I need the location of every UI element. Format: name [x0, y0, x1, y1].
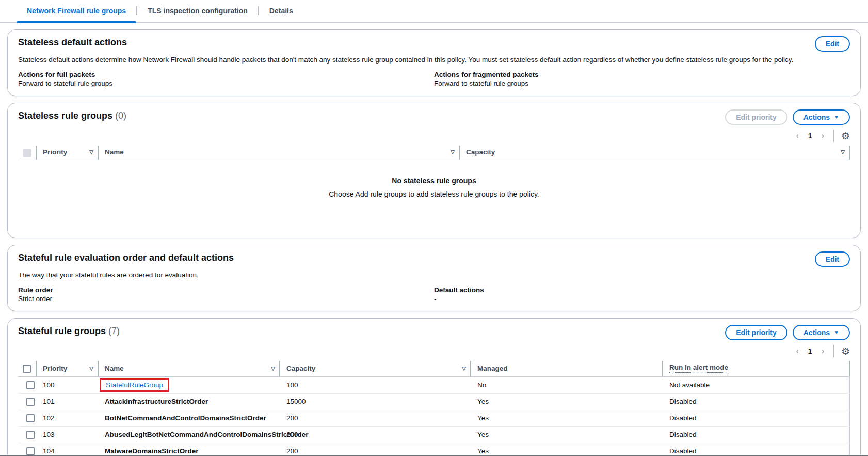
- previous-page-button[interactable]: ‹: [794, 131, 801, 140]
- tab-label: TLS inspection configuration: [148, 7, 248, 15]
- caret-down-icon: ▼: [834, 330, 839, 335]
- filter-icon[interactable]: ▽: [462, 366, 466, 371]
- row-checkbox[interactable]: [26, 381, 35, 389]
- cell-run-in-alert-mode: Disabled: [663, 427, 850, 443]
- cell-run-in-alert-mode: Disabled: [663, 443, 850, 456]
- button-label: Actions: [803, 328, 830, 337]
- panel-title: Stateful rule groups (7): [18, 325, 120, 337]
- tab-network-firewall-rule-groups[interactable]: Network Firewall rule groups: [17, 0, 136, 22]
- next-page-button[interactable]: ›: [819, 131, 826, 140]
- cell-priority: 102: [37, 412, 99, 424]
- row-checkbox[interactable]: [26, 447, 35, 455]
- field-label: Default actions: [434, 286, 850, 294]
- filter-icon[interactable]: ▽: [89, 149, 93, 155]
- cell-managed: Yes: [471, 412, 663, 424]
- next-page-button[interactable]: ›: [819, 347, 826, 356]
- cell-managed: Yes: [471, 429, 663, 441]
- column-header-name: Name: [105, 365, 124, 372]
- annotation-red-box: StatefulRuleGroup: [100, 378, 169, 392]
- empty-state-title: No stateless rule groups: [18, 177, 850, 185]
- field-label: Actions for fragmented packets: [434, 71, 850, 78]
- panel-count: (7): [108, 326, 120, 336]
- stateless-rule-groups-table: Priority ▽ Name ▽ Capacity ▽ No stateles…: [18, 146, 850, 229]
- cell-priority: 104: [37, 445, 99, 456]
- cell-managed: Yes: [471, 396, 663, 407]
- edit-stateful-eval-order-button[interactable]: Edit: [815, 251, 850, 267]
- row-checkbox[interactable]: [26, 414, 35, 422]
- cell-name: AbusedLegitBotNetCommandAndControlDomain…: [99, 429, 280, 441]
- tools-divider: [833, 345, 834, 357]
- cell-managed: No: [471, 379, 663, 391]
- cell-name: BotNetCommandAndControlDomainsStrictOrde…: [99, 412, 280, 424]
- tab-label: Network Firewall rule groups: [27, 7, 126, 15]
- actions-dropdown-button[interactable]: Actions▼: [793, 109, 850, 125]
- table-settings-gear-icon[interactable]: ⚙: [841, 347, 850, 356]
- button-label: Edit: [826, 255, 839, 263]
- edit-stateless-default-actions-button[interactable]: Edit: [815, 36, 850, 52]
- button-label: Edit: [826, 40, 839, 48]
- tab-details[interactable]: Details: [259, 0, 303, 22]
- stateless-default-actions-panel: Stateless default actions Edit Stateless…: [7, 29, 861, 96]
- cell-name: StatefulRuleGroup: [99, 378, 280, 392]
- cell-name: AttackInfrastructureStrictOrder: [99, 396, 280, 407]
- panel-title: Stateful rule evaluation order and defau…: [18, 251, 234, 263]
- actions-dropdown-button[interactable]: Actions▼: [793, 325, 850, 340]
- edit-priority-button[interactable]: Edit priority: [725, 325, 787, 340]
- cell-priority: 101: [37, 396, 99, 407]
- tab-label: Details: [269, 7, 293, 15]
- filter-icon[interactable]: ▽: [841, 149, 845, 155]
- tools-divider: [833, 130, 834, 142]
- previous-page-button[interactable]: ‹: [794, 347, 801, 356]
- column-header-priority: Priority: [43, 148, 67, 156]
- field-label: Rule order: [18, 286, 434, 294]
- cell-capacity: 100: [280, 379, 471, 391]
- stateful-rule-groups-panel: Stateful rule groups (7) Edit priority A…: [7, 318, 861, 456]
- rule-group-link[interactable]: StatefulRuleGroup: [106, 381, 163, 389]
- page-number: 1: [806, 347, 814, 355]
- select-all-checkbox[interactable]: [23, 365, 31, 373]
- caret-down-icon: ▼: [834, 115, 839, 120]
- cell-capacity: 200: [280, 429, 471, 441]
- row-checkbox[interactable]: [26, 398, 35, 406]
- column-header-name: Name: [105, 148, 124, 156]
- cell-run-in-alert-mode: Not available: [663, 377, 850, 393]
- filter-icon[interactable]: ▽: [89, 366, 93, 371]
- filter-icon[interactable]: ▽: [451, 149, 455, 155]
- column-header-capacity: Capacity: [466, 148, 495, 156]
- filter-icon[interactable]: ▽: [271, 366, 275, 371]
- button-label: Actions: [803, 113, 830, 121]
- stateful-eval-order-panel: Stateful rule evaluation order and defau…: [7, 245, 861, 311]
- row-checkbox[interactable]: [26, 431, 35, 439]
- table-settings-gear-icon[interactable]: ⚙: [841, 131, 850, 141]
- field-fragmented-packets: Actions for fragmented packets Forward t…: [434, 71, 850, 87]
- column-header-managed: Managed: [477, 365, 508, 372]
- field-value: Forward to stateful rule groups: [434, 80, 850, 87]
- field-rule-order: Rule order Strict order: [18, 286, 434, 303]
- panel-title-text: Stateless rule groups: [18, 111, 112, 121]
- tab-tls-inspection-configuration[interactable]: TLS inspection configuration: [137, 0, 258, 22]
- cell-capacity: 200: [280, 445, 471, 456]
- select-all-checkbox: [23, 149, 31, 157]
- panel-description: Stateless default actions determine how …: [18, 56, 850, 64]
- field-value: -: [434, 295, 850, 303]
- column-header-capacity: Capacity: [286, 365, 315, 372]
- table-row: 102 BotNetCommandAndControlDomainsStrict…: [18, 410, 850, 427]
- cell-name: MalwareDomainsStrictOrder: [99, 445, 280, 456]
- empty-state: No stateless rule groups Choose Add rule…: [18, 160, 850, 229]
- panel-count: (0): [115, 111, 126, 121]
- column-header-run-in-alert-mode[interactable]: Run in alert mode: [669, 364, 728, 373]
- cell-priority: 100: [37, 379, 99, 391]
- panel-title-text: Stateful rule groups: [18, 326, 106, 336]
- panel-title: Stateless default actions: [18, 36, 127, 48]
- cell-capacity: 200: [280, 412, 471, 424]
- cell-run-in-alert-mode: Disabled: [663, 410, 850, 426]
- table-row: 103 AbusedLegitBotNetCommandAndControlDo…: [18, 427, 850, 443]
- edit-priority-button[interactable]: Edit priority: [725, 109, 787, 125]
- button-label: Edit priority: [736, 113, 777, 121]
- cell-capacity: 15000: [280, 396, 471, 407]
- cell-priority: 103: [37, 429, 99, 441]
- empty-state-description: Choose Add rule groups to add stateless …: [18, 190, 850, 198]
- table-row: 100 StatefulRuleGroup 100 No Not availab…: [18, 377, 850, 394]
- column-header-priority: Priority: [43, 365, 67, 372]
- panel-description: The way that your stateful rules are ord…: [18, 271, 850, 279]
